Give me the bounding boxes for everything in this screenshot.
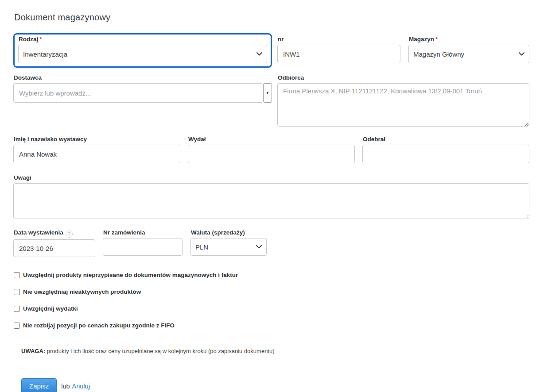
nr-zamowienia-field-group: Nr zamówienia: [103, 229, 183, 257]
form-footer: Zapisz lub Anuluj: [13, 371, 529, 392]
wydal-field-group: Wydał: [188, 136, 355, 163]
checkbox-label: Nie uwzględniaj nieaktywnych produktów: [23, 288, 141, 296]
data-wystawienia-input[interactable]: [13, 239, 95, 257]
nr-input[interactable]: [277, 45, 400, 63]
unassigned-products-checkbox[interactable]: [14, 272, 20, 278]
checkbox-label: Uwzględnij wydatki: [23, 305, 78, 312]
required-asterisk: *: [435, 36, 438, 42]
uwagi-field-group: Uwagi: [13, 174, 529, 221]
nr-zamowienia-label: Nr zamówienia: [103, 229, 183, 236]
row-supplier-recipient: Dostawca ▼ Odbiorca: [13, 74, 529, 128]
help-icon[interactable]: ?: [66, 231, 73, 238]
dostawca-input[interactable]: [13, 83, 262, 103]
note-prefix: UWAGA:: [21, 348, 45, 354]
dostawca-dropdown-button[interactable]: ▼: [263, 83, 272, 103]
save-button[interactable]: Zapisz: [21, 378, 57, 392]
uwagi-label: Uwagi: [14, 174, 529, 181]
warehouse-document-form: Dokument magazynowy Rodzaj* Inwentaryzac…: [13, 12, 529, 392]
wystawca-field-group: Imię i nazwisko wystawcy: [13, 136, 180, 163]
rodzaj-label: Rodzaj*: [19, 36, 267, 43]
odebral-input[interactable]: [362, 145, 529, 163]
dostawca-field-group: Dostawca ▼: [13, 74, 272, 128]
checkbox-row-unassigned-products: Uwzględnij produkty nieprzypisane do dok…: [13, 272, 529, 279]
waluta-select[interactable]: PLN: [190, 238, 267, 256]
row-type-number-warehouse: Rodzaj* Inwentaryzacja nr Magazyn* Maga: [13, 33, 529, 68]
checkbox-row-expenses: Uwzględnij wydatki: [13, 305, 529, 312]
magazyn-label-text: Magazyn: [409, 36, 434, 42]
data-wystawienia-label-text: Data wystawienia: [14, 229, 63, 236]
checkbox-label: Nie rozbijaj pozycji po cenach zakupu zg…: [23, 322, 175, 329]
required-asterisk: *: [39, 36, 42, 42]
wystawca-label: Imię i nazwisko wystawcy: [14, 136, 180, 143]
caret-down-icon: ▼: [266, 91, 269, 95]
wydal-input[interactable]: [188, 145, 355, 163]
checkbox-label: Uwzględnij produkty nieprzypisane do dok…: [23, 272, 238, 279]
nr-label: nr: [278, 36, 400, 43]
nr-zamowienia-input[interactable]: [103, 238, 183, 256]
wydal-label: Wydał: [188, 136, 355, 143]
uwagi-textarea[interactable]: [13, 183, 529, 219]
fifo-checkbox[interactable]: [14, 323, 20, 329]
checkbox-row-fifo: Nie rozbijaj pozycji po cenach zakupu zg…: [13, 322, 529, 329]
row-date-order-currency: Data wystawienia? Nr zamówienia Waluta (…: [13, 229, 529, 257]
magazyn-label: Magazyn*: [409, 36, 529, 43]
note-text: UWAGA: produkty i ich ilość oraz ceny uz…: [21, 348, 529, 354]
rodzaj-field-group: Rodzaj* Inwentaryzacja: [13, 33, 272, 68]
data-wystawienia-label: Data wystawienia?: [14, 229, 95, 238]
magazyn-select[interactable]: Magazyn Główny: [408, 45, 529, 63]
wystawca-input[interactable]: [13, 145, 180, 163]
rodzaj-label-text: Rodzaj: [19, 36, 38, 42]
odebral-label: Odebrał: [363, 136, 529, 143]
nr-field-group: nr: [277, 33, 400, 63]
odbiorca-field-group: Odbiorca: [277, 74, 529, 128]
checkbox-row-inactive-products: Nie uwzględniaj nieaktywnych produktów: [13, 288, 529, 296]
cancel-link[interactable]: Anuluj: [72, 383, 90, 390]
odbiorca-textarea[interactable]: [277, 83, 529, 127]
row-issuer-issued-received: Imię i nazwisko wystawcy Wydał Odebrał: [13, 136, 529, 163]
rodzaj-select[interactable]: Inwentaryzacja: [18, 45, 267, 63]
expenses-checkbox[interactable]: [14, 306, 20, 312]
inactive-products-checkbox[interactable]: [14, 289, 20, 295]
odbiorca-label: Odbiorca: [278, 74, 529, 81]
page-title: Dokument magazynowy: [14, 12, 529, 23]
options-checkbox-list: Uwzględnij produkty nieprzypisane do dok…: [13, 272, 529, 329]
or-text: lub: [61, 383, 70, 390]
waluta-label: Waluta (sprzedaży): [191, 229, 267, 236]
waluta-field-group: Waluta (sprzedaży) PLN: [190, 229, 267, 257]
magazyn-field-group: Magazyn* Magazyn Główny: [408, 33, 529, 63]
data-wystawienia-field-group: Data wystawienia?: [13, 229, 95, 257]
odebral-field-group: Odebrał: [362, 136, 529, 163]
note-body: produkty i ich ilość oraz ceny uzupełnia…: [45, 348, 274, 354]
dostawca-label: Dostawca: [14, 74, 272, 81]
